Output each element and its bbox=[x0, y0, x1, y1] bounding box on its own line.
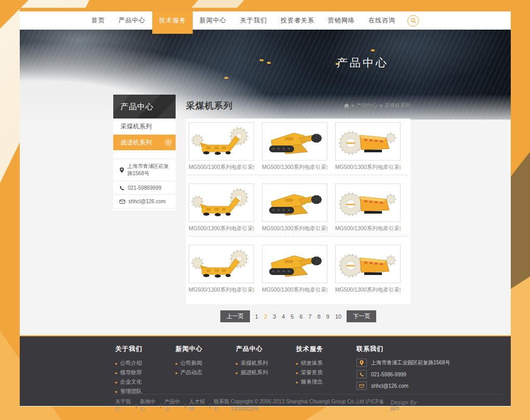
footer-link[interactable]: ▸研发体系 bbox=[296, 359, 354, 368]
product-caption: MG500/1300系列电牵引采煤机 bbox=[335, 283, 401, 295]
footer-column-title: 新闻中心 bbox=[176, 345, 234, 353]
product-image bbox=[335, 122, 401, 161]
design-by-credit: Design By jijin bbox=[391, 400, 422, 411]
sidebar-email-row: shhcl@126.com bbox=[113, 194, 176, 208]
bullet-icon: ▸ bbox=[296, 361, 298, 366]
chevron-right-icon: › bbox=[165, 139, 172, 146]
sidebar: 产品中心 采煤机系列掘进机系列› 上海市青浦区崧复路1568号 021-5986… bbox=[113, 95, 176, 211]
prev-page-button[interactable]: 上一页 bbox=[220, 310, 250, 322]
footer-column-4: 技术服务▸研发体系▸荣誉资质▸服务理念 bbox=[296, 345, 354, 387]
product-caption: MG500/1300系列电牵引采煤机 bbox=[189, 161, 254, 172]
footer-column-1: 关于我们▸公司介绍▸领导致辞▸企业文化▸管理团队 bbox=[115, 345, 174, 396]
phone-icon bbox=[120, 186, 125, 191]
bottom-link[interactable]: 产品中心 bbox=[165, 398, 182, 413]
link-separator: | bbox=[209, 403, 211, 409]
product-image bbox=[335, 183, 401, 222]
footer-link[interactable]: ▸采煤机系列 bbox=[236, 359, 294, 368]
product-image bbox=[262, 122, 327, 161]
nav-item-1[interactable]: 首页 bbox=[85, 11, 112, 30]
footer-link[interactable]: ▸公司介绍 bbox=[115, 359, 174, 368]
main-nav: 首页产品中心技术服务新闻中心关于我们投资者关系营销网络在线咨询 bbox=[20, 11, 511, 30]
page-number-2[interactable]: 2 bbox=[263, 313, 268, 320]
next-page-button[interactable]: 下一页 bbox=[347, 310, 376, 322]
product-card[interactable]: MG500/1300系列电牵引采煤机 bbox=[262, 245, 327, 295]
footer-link[interactable]: ▸荣誉资质 bbox=[296, 368, 354, 377]
product-caption: MG500/1300系列电牵引采煤机 bbox=[335, 161, 401, 172]
footer-link[interactable]: ▸领导致辞 bbox=[115, 368, 174, 377]
product-card[interactable]: MG500/1300系列电牵引采煤机 bbox=[262, 122, 327, 172]
bottom-link[interactable]: 新闻中心 bbox=[140, 398, 157, 413]
product-card[interactable]: MG500/1300系列电牵引采煤机 bbox=[189, 183, 254, 233]
sidebar-item-2[interactable]: 掘进机系列› bbox=[113, 135, 176, 150]
link-separator: | bbox=[136, 403, 137, 409]
footer-link[interactable]: ▸公司新闻 bbox=[176, 359, 234, 368]
breadcrumb-item-1[interactable]: 产品中心 bbox=[356, 102, 377, 109]
product-caption: MG500/1300系列电牵引采煤机 bbox=[262, 283, 327, 295]
sidebar-address-row: 上海市青浦区崧复路1568号 bbox=[113, 159, 176, 181]
footer-link[interactable]: ▸产品动态 bbox=[176, 368, 234, 377]
bullet-icon: ▸ bbox=[115, 361, 117, 366]
bullet-icon: ▸ bbox=[296, 380, 298, 385]
product-card[interactable]: MG500/1300系列电牵引采煤机 bbox=[335, 183, 401, 233]
bottom-link[interactable]: 关于我们 bbox=[115, 398, 132, 413]
footer-column-title: 关于我们 bbox=[115, 345, 174, 353]
product-card[interactable]: MG500/1300系列电牵引采煤机 bbox=[335, 245, 401, 295]
footer-link[interactable]: ▸服务理念 bbox=[296, 377, 354, 387]
page-number-7[interactable]: 7 bbox=[308, 313, 312, 320]
footer-link[interactable]: ▸企业文化 bbox=[115, 377, 174, 387]
nav-item-2[interactable]: 产品中心 bbox=[112, 11, 152, 30]
footer-link[interactable]: ▸管理团队 bbox=[115, 387, 174, 396]
footer-link[interactable]: ▸掘进机系列 bbox=[236, 368, 294, 377]
pagination: 上一页 12345678910 下一页 bbox=[186, 310, 410, 322]
nav-item-8[interactable]: 在线咨询 bbox=[362, 11, 402, 30]
product-card[interactable]: MG500/1300系列电牵引采煤机 bbox=[189, 122, 254, 172]
sidebar-item-1[interactable]: 采煤机系列 bbox=[113, 119, 176, 135]
location-pin-icon bbox=[120, 167, 124, 173]
page-number-5[interactable]: 5 bbox=[290, 313, 294, 320]
sidebar-phone: 021-59869999 bbox=[128, 185, 162, 191]
page-number-9[interactable]: 9 bbox=[326, 313, 330, 320]
breadcrumb-item-2[interactable]: 采煤机系列 bbox=[385, 102, 410, 109]
nav-item-4[interactable]: 新闻中心 bbox=[193, 11, 233, 30]
nav-item-6[interactable]: 投资者关系 bbox=[274, 11, 321, 30]
nav-item-7[interactable]: 营销网络 bbox=[321, 11, 362, 30]
footer-contact: 联系我们 上海市青浦工业园区崧复路1568号 021-5986-9999 shh… bbox=[356, 345, 460, 393]
bullet-icon: ▸ bbox=[115, 389, 117, 394]
page-number-6[interactable]: 6 bbox=[299, 313, 303, 320]
product-card[interactable]: MG500/1300系列电牵引采煤机 bbox=[335, 122, 401, 172]
bottom-link[interactable]: 人才招聘 bbox=[189, 398, 206, 413]
product-card[interactable]: MG500/1300系列电牵引采煤机 bbox=[189, 245, 254, 295]
sidebar-contact: 上海市青浦区崧复路1568号 021-59869999 shhcl@126.co… bbox=[113, 159, 176, 208]
breadcrumb-separator: > bbox=[379, 103, 382, 109]
bullet-icon: ▸ bbox=[236, 361, 238, 366]
product-row: MG500/1300系列电牵引采煤机 MG500/1300系列电牵引采煤机 MG… bbox=[186, 245, 410, 295]
product-card[interactable]: MG500/1300系列电牵引采煤机 bbox=[262, 183, 327, 233]
page-number-10[interactable]: 10 bbox=[335, 313, 342, 320]
envelope-icon bbox=[120, 200, 125, 204]
home-icon[interactable] bbox=[344, 103, 349, 108]
bullet-icon: ▸ bbox=[176, 361, 178, 366]
footer-column-title: 产品中心 bbox=[236, 345, 294, 353]
link-separator: | bbox=[160, 403, 162, 409]
product-image bbox=[335, 245, 401, 283]
nav-item-5[interactable]: 关于我们 bbox=[233, 11, 274, 30]
product-caption: MG500/1300系列电牵引采煤机 bbox=[262, 222, 327, 233]
top-accent-bar bbox=[20, 8, 511, 11]
page-number-4[interactable]: 4 bbox=[281, 313, 285, 320]
search-button[interactable] bbox=[407, 15, 419, 27]
sidebar-title: 产品中心 bbox=[113, 95, 176, 119]
product-image bbox=[262, 245, 327, 283]
footer-phone-row: 021-5986-9999 bbox=[356, 370, 460, 378]
nav-item-3[interactable]: 技术服务 bbox=[152, 11, 193, 34]
page-number-8[interactable]: 8 bbox=[317, 313, 321, 320]
bottom-link[interactable]: 联系我们 bbox=[214, 398, 231, 413]
bullet-icon: ▸ bbox=[236, 371, 238, 375]
breadcrumb-separator: > bbox=[351, 103, 354, 109]
page-number-1[interactable]: 1 bbox=[255, 313, 259, 320]
bullet-icon: ▸ bbox=[115, 380, 117, 385]
copyright-text: Copyright © 2006-2013 Shanghai Chuangli … bbox=[231, 398, 387, 413]
bullet-icon: ▸ bbox=[176, 371, 178, 375]
page-number-3[interactable]: 3 bbox=[272, 313, 276, 320]
product-caption: MG500/1300系列电牵引采煤机 bbox=[262, 161, 327, 172]
footer-divider bbox=[113, 394, 501, 395]
